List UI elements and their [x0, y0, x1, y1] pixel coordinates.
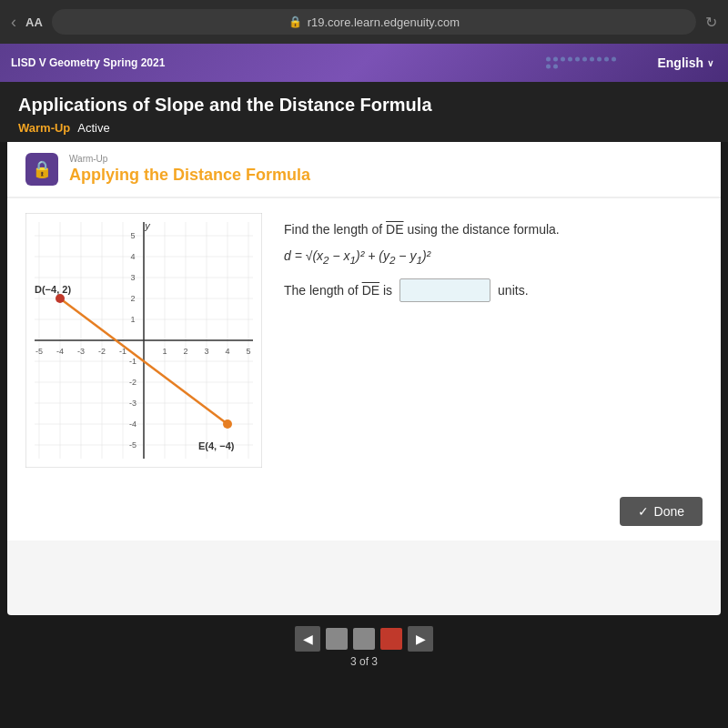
answer-row: The length of DE is units. — [284, 278, 703, 302]
url-text: r19.core.learn.edgenuity.com — [308, 15, 460, 29]
svg-text:E(4, −4): E(4, −4) — [198, 440, 235, 451]
formula-text: d = √(x2 − x1)² + (y2 − y1)² — [284, 248, 430, 263]
svg-text:1: 1 — [130, 315, 135, 324]
dots-decoration — [546, 57, 619, 69]
done-row: ✓ Done — [7, 486, 721, 541]
language-selector[interactable]: English ∨ — [657, 56, 713, 70]
done-button[interactable]: ✓ Done — [620, 497, 703, 526]
svg-text:D(−4, 2): D(−4, 2) — [35, 284, 71, 295]
back-button[interactable]: ‹ — [11, 13, 16, 32]
activity-icon: 🔒 — [25, 153, 58, 186]
language-label: English — [657, 56, 703, 70]
svg-text:-2: -2 — [98, 347, 106, 356]
activity-title: Applying the Distance Formula — [69, 166, 310, 185]
answer-de-overline: DE — [362, 283, 379, 298]
main-content: 🔒 Warm-Up Applying the Distance Formula — [7, 142, 721, 615]
svg-text:3: 3 — [130, 273, 135, 282]
svg-text:4: 4 — [130, 252, 135, 261]
activity-title-block: Warm-Up Applying the Distance Formula — [69, 154, 310, 185]
answer-prefix: The length of DE is — [284, 283, 392, 298]
bottom-navigation: ◀ ▶ — [0, 615, 728, 655]
nav-square-1[interactable] — [326, 628, 348, 650]
svg-text:1: 1 — [162, 347, 167, 356]
svg-point-49 — [223, 420, 232, 429]
svg-point-47 — [56, 294, 65, 303]
svg-text:-3: -3 — [77, 347, 85, 356]
svg-text:5: 5 — [130, 231, 135, 240]
segment-de-overline: DE — [386, 222, 403, 237]
svg-text:2: 2 — [183, 347, 187, 356]
svg-text:5: 5 — [246, 347, 250, 356]
graph-container: -5 -4 -3 -2 -1 1 2 3 4 5 5 4 3 2 1 -1 -2… — [25, 213, 262, 468]
course-title: Applications of Slope and the Distance F… — [18, 95, 710, 116]
activity-header: 🔒 Warm-Up Applying the Distance Formula — [7, 142, 721, 198]
svg-text:-4: -4 — [56, 347, 64, 356]
svg-text:-1: -1 — [129, 357, 136, 366]
warmup-label: Warm-Up — [69, 154, 310, 164]
app-header: LISD V Geometry Spring 2021 English ∨ — [0, 44, 728, 82]
svg-text:-5: -5 — [35, 347, 43, 356]
coordinate-plane: -5 -4 -3 -2 -1 1 2 3 4 5 5 4 3 2 1 -1 -2… — [25, 213, 262, 468]
url-bar[interactable]: 🔒 r19.core.learn.edgenuity.com — [52, 9, 696, 35]
svg-text:3: 3 — [204, 347, 208, 356]
svg-text:-3: -3 — [129, 399, 136, 408]
course-bar: Applications of Slope and the Distance F… — [0, 82, 728, 142]
breadcrumb-active: Active — [77, 121, 109, 135]
problem-content: Find the length of DE using the distance… — [284, 213, 703, 302]
aa-button[interactable]: AA — [25, 15, 43, 29]
chevron-down-icon: ∨ — [707, 58, 713, 68]
nav-square-2[interactable] — [353, 628, 375, 650]
next-button[interactable]: ▶ — [408, 626, 433, 652]
problem-instruction: Find the length of DE using the distance… — [284, 220, 703, 239]
done-label: Done — [654, 504, 684, 519]
svg-text:2: 2 — [130, 294, 135, 303]
done-checkmark-icon: ✓ — [638, 504, 649, 519]
breadcrumb: Warm-Up Active — [18, 121, 710, 135]
lock-icon: 🔒 — [32, 159, 52, 179]
browser-bar: ‹ AA 🔒 r19.core.learn.edgenuity.com ↻ — [0, 0, 728, 44]
svg-text:-2: -2 — [129, 378, 136, 387]
nav-square-3[interactable] — [380, 628, 402, 650]
answer-suffix: units. — [498, 283, 528, 298]
course-label: LISD V Geometry Spring 2021 — [11, 56, 165, 69]
svg-text:4: 4 — [225, 347, 229, 356]
activity-body: -5 -4 -3 -2 -1 1 2 3 4 5 5 4 3 2 1 -1 -2… — [7, 198, 721, 486]
breadcrumb-warmup[interactable]: Warm-Up — [18, 121, 70, 135]
svg-text:-4: -4 — [129, 420, 136, 429]
svg-text:-5: -5 — [129, 440, 136, 450]
refresh-button[interactable]: ↻ — [705, 14, 717, 31]
prev-button[interactable]: ◀ — [295, 626, 320, 652]
lock-icon: 🔒 — [288, 15, 302, 28]
answer-input[interactable] — [399, 278, 490, 302]
formula-block: d = √(x2 − x1)² + (y2 − y1)² — [284, 248, 703, 266]
page-indicator: 3 of 3 — [0, 655, 728, 675]
